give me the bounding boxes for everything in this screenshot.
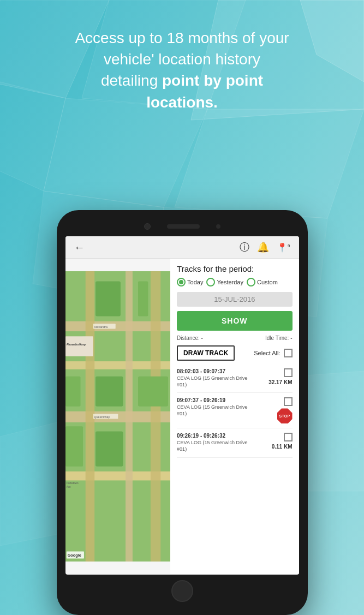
track-info-2: 09:26:19 - 09:26:32 CEVA LOG (15 Greenwi… [177,433,265,452]
draw-track-button[interactable]: DRAW TRACK [177,345,235,361]
svg-rect-20 [96,281,121,316]
idle-time-stat: Idle Time: - [265,335,292,341]
svg-rect-23 [65,377,81,407]
track-location-2: CEVA LOG (15 Greenwich Drive#01) [177,440,265,452]
svg-rect-24 [96,377,123,407]
phone-camera [144,223,151,230]
radio-yesterday-circle[interactable] [206,278,215,286]
radio-yesterday[interactable]: Yesterday [206,278,243,286]
phone-top-bar [65,220,299,236]
distance-stat: Distance: - [177,335,203,341]
svg-text:Google: Google [67,553,81,558]
radio-today-circle[interactable] [177,278,186,286]
bell-icon[interactable]: 🔔 [257,241,269,253]
track-distance-2: 0.11 KM [272,444,293,450]
track-distance-0: 32.17 KM [268,379,292,385]
radio-yesterday-label: Yesterday [217,279,243,285]
date-display[interactable]: 15-JUL-2016 [177,292,292,307]
radio-custom-label: Custom [257,279,278,285]
track-right-1: STOP [265,397,293,423]
tracks-title: Tracks for the period: [177,264,292,273]
phone-bottom-bar [65,575,299,605]
track-location-0: CEVA LOG (15 Greenwich Drive#01) [177,375,265,388]
map-svg: Alexandra Queensway Portsdown Ave Alexan… [65,259,171,574]
track-item-1[interactable]: 09:07:37 - 09:26:19 CEVA LOG (15 Greenwi… [177,393,292,428]
svg-text:Queensway: Queensway [94,415,110,419]
track-time-0: 08:02:03 - 09:07:37 [177,368,265,374]
track-item-0[interactable]: 08:02:03 - 09:07:37 CEVA LOG (15 Greenwi… [177,364,292,393]
track-checkbox-2[interactable] [284,433,293,441]
track-item-2[interactable]: 09:26:19 - 09:26:32 CEVA LOG (15 Greenwi… [177,428,292,457]
track-location-1: CEVA LOG (15 Greenwich Drive#01) [177,404,265,417]
hero-line2: vehicle' location history [104,51,260,68]
svg-text:Alexandra Hosp: Alexandra Hosp [66,343,85,346]
phone-sensor [216,224,220,229]
svg-text:Portsdown: Portsdown [66,482,78,485]
svg-rect-34 [65,336,93,356]
stop-badge-1: STOP [277,408,293,423]
svg-rect-27 [96,432,123,467]
content-inner: Tracks for the period: Today Yesterday [170,259,299,463]
hero-line4: locations. [146,94,218,111]
radio-custom[interactable]: Custom [247,278,278,286]
hero-line3-bold: point by point [162,72,263,89]
select-all-checkbox[interactable] [284,349,293,357]
phone-mockup: ← ⓘ 🔔 📍9 [57,210,308,615]
svg-rect-22 [138,281,147,316]
content-panel: Tracks for the period: Today Yesterday [170,259,299,574]
radio-custom-circle[interactable] [247,278,255,286]
info-icon[interactable]: ⓘ [240,241,249,254]
phone-screen: ← ⓘ 🔔 📍9 [65,236,299,575]
svg-rect-19 [150,271,160,562]
track-right-2: 0.11 KM [265,433,293,450]
hero-line1: Access up to 18 months of your [75,29,289,46]
stats-row: Distance: - Idle Time: - [177,335,292,341]
location-icon[interactable]: 📍9 [277,242,290,253]
radio-today-label: Today [187,279,203,285]
radio-group: Today Yesterday Custom [177,278,292,286]
svg-text:Ave: Ave [66,486,70,488]
svg-text:Alexandra: Alexandra [94,325,108,329]
home-button[interactable] [171,580,193,602]
phone-speaker [167,224,200,229]
svg-rect-18 [126,271,133,562]
hero-section: Access up to 18 months of your vehicle' … [0,27,364,113]
radio-today[interactable]: Today [177,278,203,286]
app-header: ← ⓘ 🔔 📍9 [65,236,299,259]
hero-line3-normal: detailing [101,72,162,89]
show-button[interactable]: SHOW [177,311,292,331]
select-all-row: Select All: [254,349,292,357]
track-checkbox-1[interactable] [284,397,293,406]
svg-rect-26 [65,426,83,466]
track-time-1: 09:07:37 - 09:26:19 [177,397,265,403]
track-checkbox-0[interactable] [284,368,293,377]
header-icons: ⓘ 🔔 📍9 [240,241,290,254]
track-info-1: 09:07:37 - 09:26:19 CEVA LOG (15 Greenwi… [177,397,265,417]
track-info-0: 08:02:03 - 09:07:37 CEVA LOG (15 Greenwi… [177,368,265,388]
map-panel: Alexandra Queensway Portsdown Ave Alexan… [65,259,171,574]
track-time-2: 09:26:19 - 09:26:32 [177,433,265,439]
track-right-0: 32.17 KM [265,368,293,385]
phone-body: ← ⓘ 🔔 📍9 [57,210,308,615]
svg-rect-25 [138,377,168,407]
select-all-label: Select All: [254,350,280,356]
action-row: DRAW TRACK Select All: [177,345,292,361]
back-button[interactable]: ← [74,241,85,254]
